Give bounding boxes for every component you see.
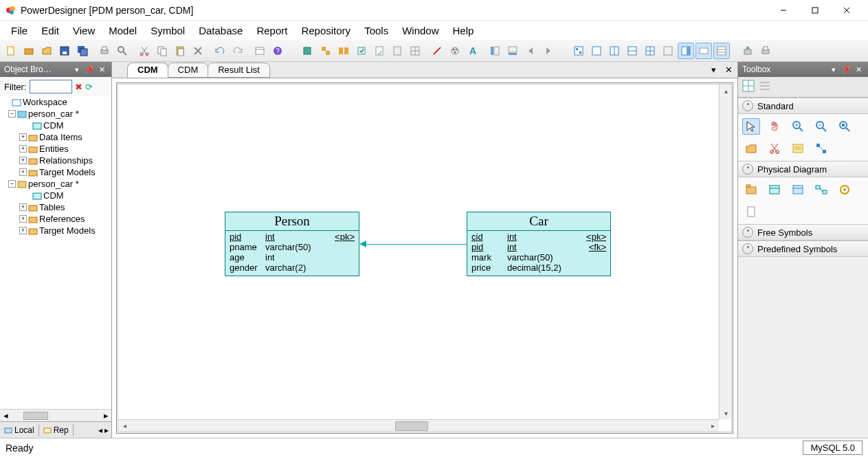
object-tree[interactable]: Workspace −person_car * CDM +Data Items … <box>0 96 111 409</box>
tree-item[interactable]: References <box>39 214 85 224</box>
copy-icon[interactable] <box>154 43 170 59</box>
toolbox-toggle-icon[interactable] <box>678 43 694 59</box>
view-option1-icon[interactable] <box>695 43 712 59</box>
save-all-icon[interactable] <box>74 43 91 59</box>
tree-item[interactable]: Relationships <box>39 155 93 166</box>
table-tool-icon[interactable] <box>766 181 783 198</box>
export-icon[interactable] <box>739 43 756 59</box>
tree-cdm-2[interactable]: CDM <box>43 190 64 201</box>
nav-next-icon[interactable] <box>540 43 557 59</box>
paste-icon[interactable] <box>172 43 188 59</box>
tree-expand[interactable]: + <box>19 145 27 153</box>
file-tool-icon[interactable] <box>742 203 760 220</box>
filter-refresh-icon[interactable]: ⟳ <box>85 82 93 92</box>
tree-expand[interactable]: + <box>19 203 27 211</box>
menu-symbol[interactable]: Symbol <box>144 22 192 39</box>
pointer-tool-icon[interactable] <box>742 118 760 135</box>
entity-person[interactable]: Person pidint<pk> pnamevarchar(50) agein… <box>225 212 359 276</box>
save-icon[interactable] <box>56 43 73 59</box>
menu-edit[interactable]: Edit <box>34 22 66 39</box>
print2-icon[interactable] <box>757 43 774 59</box>
tree-expand[interactable]: − <box>8 180 16 188</box>
filter-clear-icon[interactable]: ✖ <box>75 82 82 92</box>
view-option2-icon[interactable] <box>713 43 730 59</box>
tree-item[interactable]: Target Models <box>39 225 96 236</box>
browser-tab-rep[interactable]: Rep <box>39 424 74 436</box>
diagram-browser-icon[interactable] <box>570 43 587 59</box>
filter-input[interactable] <box>30 80 72 93</box>
report-icon[interactable] <box>389 43 405 59</box>
canvas-hscroll[interactable]: ◂▸ <box>118 419 719 432</box>
panel-close-icon[interactable]: ✕ <box>853 64 864 75</box>
delete-icon[interactable] <box>190 43 206 59</box>
font-icon[interactable]: A <box>465 43 481 59</box>
canvas-vscroll[interactable]: ▴▾ <box>719 85 731 419</box>
menu-model[interactable]: Model <box>102 22 144 39</box>
delete-tool-icon[interactable] <box>766 140 783 157</box>
toolbox-section-physical[interactable]: ˄Physical Diagram <box>738 161 868 177</box>
window5-icon[interactable] <box>660 43 676 59</box>
toolbox-view-list-icon[interactable] <box>759 80 771 94</box>
panel-pin-icon[interactable]: 📌 <box>84 64 95 75</box>
menu-file[interactable]: File <box>4 22 34 39</box>
tree-item[interactable]: Entities <box>39 144 69 154</box>
edit-pen-icon[interactable] <box>429 43 445 59</box>
tab-cdm-1[interactable]: CDM <box>127 63 168 78</box>
zoom-in-tool-icon[interactable] <box>789 118 807 135</box>
menu-report[interactable]: Report <box>249 22 294 39</box>
output-toggle-icon[interactable] <box>504 43 521 59</box>
diagram-canvas[interactable]: Person pidint<pk> pnamevarchar(50) agein… <box>116 82 733 434</box>
check-model-icon[interactable] <box>300 43 316 59</box>
object-browser-header[interactable]: Object Bro… ▾ 📌 ✕ <box>0 62 111 77</box>
properties-icon[interactable] <box>252 43 268 59</box>
window3-icon[interactable] <box>624 43 641 59</box>
toolbox-section-predef[interactable]: ˅Predefined Symbols <box>738 241 868 257</box>
panel-close-icon[interactable]: ✕ <box>96 64 107 75</box>
color-icon[interactable] <box>447 43 463 59</box>
tree-item[interactable]: Data Items <box>39 132 82 142</box>
tree-expand[interactable]: + <box>19 157 27 164</box>
help-icon[interactable]: ? <box>269 43 286 59</box>
menu-view[interactable]: View <box>66 22 102 39</box>
window-minimize[interactable] <box>768 0 799 21</box>
window2-icon[interactable] <box>606 43 623 59</box>
toolbox-section-free[interactable]: ˅Free Symbols <box>738 224 868 241</box>
panel-menu-icon[interactable]: ▾ <box>71 64 82 75</box>
browser-toggle-icon[interactable] <box>487 43 503 59</box>
redo-icon[interactable] <box>230 43 246 59</box>
procedure-tool-icon[interactable] <box>836 181 854 198</box>
find-icon[interactable] <box>114 43 131 59</box>
undo-icon[interactable] <box>212 43 228 59</box>
zoom-fit-tool-icon[interactable] <box>836 118 854 135</box>
panel-menu-icon[interactable]: ▾ <box>828 64 839 75</box>
toolbox-header[interactable]: Toolbox ▾ 📌 ✕ <box>738 62 868 77</box>
menu-tools[interactable]: Tools <box>357 22 395 39</box>
tree-workspace[interactable]: Workspace <box>23 97 67 107</box>
toolbox-view-grid-icon[interactable] <box>742 80 755 94</box>
entity-car[interactable]: Car cidint<pk> pidint<fk> markvarchar(50… <box>467 212 611 276</box>
window4-icon[interactable] <box>642 43 658 59</box>
generate-icon[interactable] <box>353 43 370 59</box>
tree-expand[interactable]: − <box>8 110 16 118</box>
panel-pin-icon[interactable]: 📌 <box>841 64 852 75</box>
tree-expand[interactable]: + <box>19 168 27 176</box>
menu-window[interactable]: Window <box>395 22 445 39</box>
tree-cdm-1[interactable]: CDM <box>43 120 64 131</box>
new-icon[interactable] <box>3 43 19 59</box>
browser-tab-scroll[interactable]: ◂ ▸ <box>96 425 111 435</box>
tree-expand[interactable]: + <box>19 133 27 141</box>
new-model-icon[interactable] <box>21 43 37 59</box>
tree-item[interactable]: Target Models <box>39 167 96 177</box>
nav-prev-icon[interactable] <box>522 43 539 59</box>
menu-repository[interactable]: Repository <box>294 22 357 39</box>
window1-icon[interactable] <box>588 43 605 59</box>
menu-help[interactable]: Help <box>446 22 481 39</box>
toolbox-section-standard[interactable]: ˄Standard <box>738 98 868 114</box>
grid-icon[interactable] <box>407 43 423 59</box>
relationship-line[interactable] <box>366 244 467 245</box>
script-icon[interactable] <box>371 43 388 59</box>
tree-expand[interactable]: + <box>19 227 27 234</box>
link-tool-icon[interactable] <box>812 140 830 157</box>
tab-result-list[interactable]: Result List <box>208 63 270 78</box>
tree-model-2[interactable]: person_car * <box>28 179 79 189</box>
